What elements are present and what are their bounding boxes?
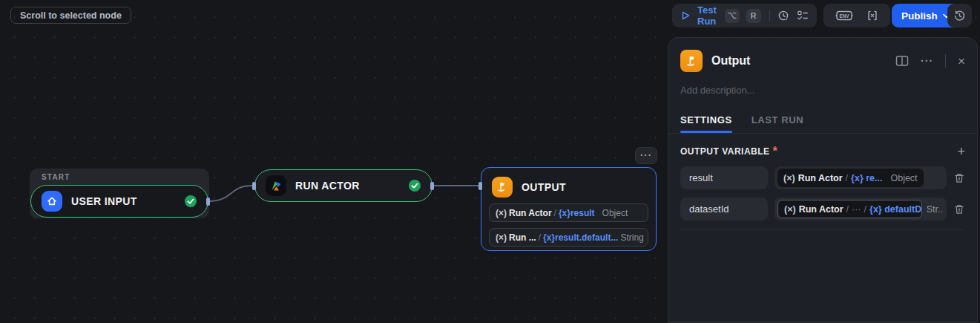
function-token: (×) — [496, 232, 507, 243]
variables-toolbar-group: ENV — [823, 4, 890, 27]
header-divider — [945, 54, 946, 68]
trash-icon — [953, 203, 965, 215]
input-handle-run-actor[interactable] — [252, 182, 256, 190]
variable-row: result (×) Run Actor / {x} re... Object — [680, 166, 965, 189]
source-node-token: Run ... — [509, 232, 536, 243]
required-marker: * — [773, 145, 777, 158]
node-run-actor[interactable]: RUN ACTOR — [254, 169, 433, 202]
node-label: USER INPUT — [71, 195, 175, 207]
run-checklist-icon[interactable] — [797, 10, 809, 22]
variable-token: {x}result.default... — [543, 232, 618, 243]
toolbar-divider — [769, 10, 770, 22]
node-label: OUTPUT — [522, 181, 645, 193]
type-label: Str... — [927, 204, 944, 215]
type-label: Object — [890, 173, 917, 183]
node-label: RUN ACTOR — [295, 180, 399, 192]
test-run-button[interactable]: Test Run — [697, 4, 718, 27]
delete-variable-button[interactable] — [953, 172, 965, 184]
start-group-label: START — [42, 173, 70, 181]
output-mapping-chip[interactable]: (×) Run Actor / {x}result Object — [489, 203, 648, 222]
source-node-token: Run Actor — [799, 204, 843, 215]
source-node-token: Run Actor — [798, 173, 843, 183]
panel-title: Output — [711, 54, 895, 68]
variable-token: {x}result — [559, 208, 595, 218]
input-handle-output[interactable] — [479, 182, 482, 190]
function-token: (×) — [784, 204, 796, 215]
r-key-badge: R — [746, 9, 761, 23]
output-variable-section: OUTPUT VARIABLE * + result (×) Run Actor… — [668, 134, 977, 230]
path-separator: / — [539, 232, 541, 243]
history-icon — [953, 10, 966, 22]
panel-tabs: SETTINGS LAST RUN — [680, 114, 965, 133]
output-handle-user-input[interactable] — [206, 198, 210, 206]
finish-flag-icon — [680, 50, 703, 72]
variable-token: {x} re... — [851, 173, 882, 183]
play-icon[interactable] — [680, 10, 691, 21]
env-badge-icon[interactable]: ENV — [835, 9, 853, 22]
path-separator: / — [864, 204, 866, 215]
brackets-x-icon[interactable] — [866, 10, 878, 22]
add-variable-button[interactable]: + — [957, 145, 965, 158]
node-more-options-button[interactable]: ··· — [635, 147, 657, 164]
close-icon[interactable]: × — [958, 55, 965, 68]
actor-logo-icon — [266, 175, 286, 196]
path-separator: / — [846, 204, 849, 215]
output-mapping-chip[interactable]: (×) Run ... / {x}result.default... Strin… — [489, 228, 648, 247]
tab-settings[interactable]: SETTINGS — [680, 114, 732, 133]
scheduled-run-icon[interactable] — [777, 10, 790, 22]
function-token: (×) — [783, 173, 795, 183]
section-title: OUTPUT VARIABLE — [680, 146, 770, 157]
option-key-badge — [725, 9, 740, 23]
description-input[interactable]: Add description... — [680, 85, 965, 96]
version-history-button[interactable] — [947, 4, 972, 27]
function-token: (×) — [496, 208, 507, 218]
tab-last-run[interactable]: LAST RUN — [752, 114, 804, 133]
trash-icon — [953, 172, 965, 184]
variable-name-input[interactable]: datasetId — [680, 198, 768, 221]
home-icon — [42, 191, 62, 212]
panel-more-options-button[interactable]: ··· — [921, 55, 933, 67]
collapsed-path-token: ··· — [852, 204, 861, 215]
success-check-icon — [184, 195, 197, 208]
variable-value-field[interactable]: (×) Run Actor / {x} re... Object — [775, 166, 947, 189]
variable-token: {x} defaultD... — [869, 204, 922, 215]
publish-label: Publish — [901, 10, 938, 22]
output-handle-run-actor[interactable] — [430, 182, 434, 190]
section-divider — [680, 229, 965, 230]
type-label: Object — [602, 208, 628, 218]
variable-value-field[interactable]: (×) Run Actor / ··· / {x} defaultD... St… — [775, 198, 947, 221]
edge-connections — [0, 0, 668, 323]
path-separator: / — [554, 208, 556, 218]
node-settings-panel: Output ··· × Add description... SETTINGS… — [668, 37, 978, 323]
node-user-input[interactable]: USER INPUT — [30, 185, 208, 218]
svg-text:ENV: ENV — [839, 13, 849, 19]
scroll-to-selected-node-button[interactable]: Scroll to selected node — [10, 7, 131, 24]
success-check-icon — [408, 179, 421, 192]
variable-reference-chip[interactable]: (×) Run Actor / {x} re... Object — [777, 169, 924, 187]
test-run-toolbar-group: Test Run R — [672, 4, 817, 27]
node-output[interactable]: OUTPUT (×) Run Actor / {x}result Object … — [481, 167, 657, 251]
delete-variable-button[interactable] — [953, 203, 965, 215]
split-view-icon[interactable] — [895, 55, 909, 67]
start-node-group: START USER INPUT — [30, 169, 209, 218]
variable-name-input[interactable]: result — [680, 166, 768, 189]
panel-header: Output ··· × — [668, 38, 977, 72]
finish-flag-icon — [492, 177, 513, 198]
variable-reference-chip[interactable]: (×) Run Actor / ··· / {x} defaultD... — [777, 200, 922, 218]
type-label: String — [620, 232, 643, 243]
path-separator: / — [846, 173, 848, 183]
source-node-token: Run Actor — [509, 208, 552, 218]
variable-row: datasetId (×) Run Actor / ··· / {x} defa… — [680, 198, 965, 221]
